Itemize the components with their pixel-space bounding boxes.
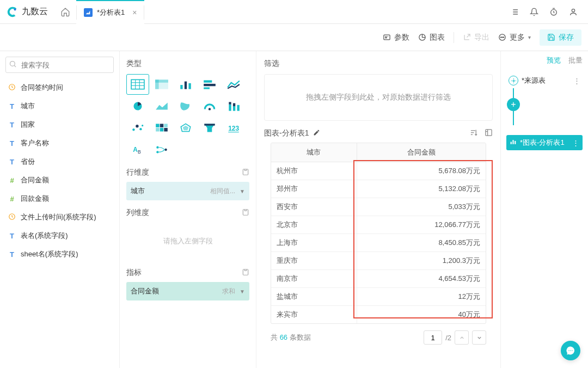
metric-settings-icon[interactable]	[242, 268, 249, 278]
cell-amount: 8,450.85万元	[357, 234, 486, 252]
svg-rect-42	[164, 128, 168, 132]
home-button[interactable]	[54, 7, 76, 17]
chart-type-heatmap[interactable]	[150, 118, 173, 138]
page-input[interactable]	[424, 330, 442, 345]
step-chart-node[interactable]: *图表-分析表1 ⋮	[506, 135, 583, 150]
field-item[interactable]: #合同金额	[5, 171, 114, 189]
app-name: 九数云	[22, 6, 48, 17]
expand-icon[interactable]	[485, 128, 493, 138]
add-step-button[interactable]: +	[507, 98, 520, 111]
chart-type-pie[interactable]	[126, 96, 149, 116]
field-item[interactable]: T国家	[5, 115, 114, 134]
chart-type-funnel[interactable]	[198, 118, 221, 138]
table-row[interactable]: 杭州市5,678.08万元	[271, 162, 486, 180]
chart-type-area[interactable]	[150, 96, 173, 116]
svg-point-33	[132, 128, 134, 131]
tab-label: *分析表1	[97, 8, 125, 17]
col-header-city[interactable]: 城市	[271, 143, 357, 162]
svg-rect-30	[233, 106, 235, 111]
col-dim-dropzone[interactable]: 请拖入左侧字段	[126, 222, 249, 260]
chart-button[interactable]: 图表	[418, 33, 445, 42]
edit-title-icon[interactable]	[313, 129, 320, 138]
list-icon[interactable]	[506, 4, 523, 20]
more-button[interactable]: 更多 ▾	[498, 33, 531, 42]
page-controls: /2	[424, 330, 486, 345]
col-dim-settings-icon[interactable]	[242, 208, 249, 218]
step-source[interactable]: *来源表 ⋮	[506, 73, 583, 88]
field-item[interactable]: 文件上传时间(系统字段)	[5, 208, 114, 226]
field-item[interactable]: 合同签约时间	[5, 78, 114, 97]
col-header-amount[interactable]: 合同金额	[357, 143, 486, 162]
table-row[interactable]: 郑州市5,132.08万元	[271, 180, 486, 198]
svg-point-34	[136, 125, 138, 127]
field-label: 合同金额	[21, 175, 49, 185]
tab-preview[interactable]: 预览	[547, 56, 561, 68]
chart-type-stackbar[interactable]	[222, 96, 245, 116]
field-type-icon: T	[8, 121, 16, 129]
cell-amount: 5,033万元	[357, 198, 486, 216]
field-item[interactable]: #回款金额	[5, 189, 114, 208]
cell-amount: 12,066.77万元	[357, 216, 486, 234]
bell-icon[interactable]	[526, 4, 542, 20]
table-row[interactable]: 西安市5,033万元	[271, 198, 486, 216]
cell-amount: 1,200.3万元	[357, 252, 486, 269]
table-row[interactable]: 重庆市1,200.3万元	[271, 252, 486, 270]
field-item[interactable]: T省份	[5, 152, 114, 171]
svg-rect-59	[512, 140, 513, 144]
tab-close-icon[interactable]: ×	[132, 8, 137, 17]
chart-type-radar[interactable]	[174, 118, 197, 138]
svg-text:123: 123	[228, 125, 239, 132]
search-input[interactable]	[5, 57, 114, 73]
field-item[interactable]: Tsheet名(系统字段)	[5, 245, 114, 263]
chart-type-gauge[interactable]	[198, 96, 221, 116]
field-item[interactable]: T城市	[5, 97, 114, 115]
table-row[interactable]: 来宾市40万元	[271, 306, 486, 323]
chart-type-hbar[interactable]	[198, 74, 221, 95]
field-item[interactable]: T表名(系统字段)	[5, 226, 114, 245]
save-button[interactable]: 保存	[540, 29, 581, 46]
filter-label: 筛选	[264, 59, 493, 69]
field-type-icon: T	[8, 232, 16, 240]
svg-point-8	[503, 37, 504, 38]
row-dim-settings-icon[interactable]	[242, 168, 249, 177]
page-next-button[interactable]	[472, 330, 486, 345]
sort-icon[interactable]	[470, 128, 478, 138]
tab-analysis[interactable]: *分析表1 ×	[76, 0, 144, 24]
table-row[interactable]: 南京市4,654.53万元	[271, 270, 486, 288]
table-row[interactable]: 北京市12,066.77万元	[271, 216, 486, 234]
step-more-icon[interactable]: ⋮	[573, 77, 580, 85]
metric-chip[interactable]: 合同金额 求和 ▼	[126, 282, 249, 300]
svg-rect-54	[243, 209, 248, 215]
field-label: 国家	[21, 120, 35, 130]
param-button[interactable]: 参数	[383, 33, 409, 42]
page-prev-button[interactable]	[455, 330, 469, 345]
chart-type-pivot[interactable]	[150, 74, 173, 95]
cell-amount: 5,132.08万元	[357, 180, 486, 198]
chart-type-scatter[interactable]	[126, 118, 149, 138]
cell-amount: 5,678.08万元	[357, 162, 486, 180]
field-label: 城市	[21, 101, 35, 111]
chart-type-table[interactable]	[126, 74, 149, 95]
field-item[interactable]: T客户名称	[5, 134, 114, 152]
tab-batch[interactable]: 批量	[568, 56, 583, 68]
stopwatch-icon[interactable]	[546, 4, 562, 20]
chart-type-bar[interactable]	[174, 74, 197, 95]
export-button: 导出	[463, 33, 489, 42]
chart-type-number[interactable]: 123	[222, 118, 245, 138]
filter-dropzone[interactable]: 拖拽左侧字段到此处，对原始数据进行筛选	[264, 74, 493, 121]
fields-panel: 合同签约时间T城市T国家T客户名称T省份#合同金额#回款金额文件上传时间(系统字…	[0, 51, 120, 368]
chart-type-text[interactable]: AB	[126, 139, 149, 160]
svg-rect-45	[204, 124, 215, 125]
chart-type-line[interactable]	[222, 74, 245, 95]
table-row[interactable]: 上海市8,450.85万元	[271, 234, 486, 252]
table-row[interactable]: 盐城市12万元	[271, 288, 486, 306]
chevron-down-icon: ▼	[240, 188, 245, 194]
row-dim-chip[interactable]: 城市 相同值... ▼	[126, 182, 249, 200]
help-fab[interactable]	[561, 341, 580, 360]
field-label: 文件上传时间(系统字段)	[21, 212, 96, 222]
cell-city: 北京市	[271, 216, 357, 234]
user-icon[interactable]	[565, 4, 581, 20]
chart-type-map[interactable]	[174, 96, 197, 116]
step-more-icon[interactable]: ⋮	[572, 139, 579, 147]
chart-type-sankey[interactable]	[150, 139, 173, 160]
